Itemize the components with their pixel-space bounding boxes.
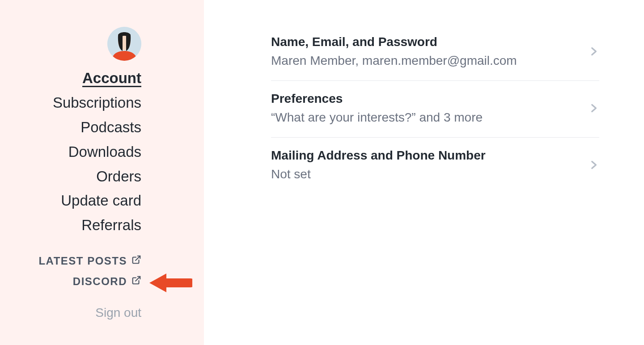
settings-row-subtitle: Not set (271, 167, 486, 181)
sign-out-link[interactable]: Sign out (0, 306, 141, 320)
sidebar-item-orders[interactable]: Orders (96, 167, 141, 186)
settings-row-text: Name, Email, and Password Maren Member, … (271, 35, 517, 68)
settings-row-identity[interactable]: Name, Email, and Password Maren Member, … (271, 35, 599, 81)
sidebar-item-podcasts[interactable]: Podcasts (80, 118, 141, 137)
sidebar-item-downloads[interactable]: Downloads (68, 143, 141, 162)
settings-row-preferences[interactable]: Preferences “What are your interests?” a… (271, 81, 599, 138)
external-link-latest-posts[interactable]: LATEST POSTS (38, 255, 141, 267)
sidebar-item-account[interactable]: Account (82, 69, 141, 88)
chevron-right-icon (588, 102, 599, 114)
settings-row-subtitle: Maren Member, maren.member@gmail.com (271, 54, 517, 68)
sidebar: Account Subscriptions Podcasts Downloads… (0, 0, 204, 345)
external-link-label: DISCORD (73, 275, 127, 288)
svg-line-2 (136, 277, 140, 281)
external-link-discord[interactable]: DISCORD (73, 275, 141, 288)
main-content: Name, Email, and Password Maren Member, … (204, 0, 644, 345)
chevron-right-icon (588, 159, 599, 171)
settings-row-text: Preferences “What are your interests?” a… (271, 92, 483, 125)
external-links: LATEST POSTS DISCORD (0, 255, 141, 288)
avatar-container (0, 27, 141, 61)
settings-row-text: Mailing Address and Phone Number Not set (271, 148, 486, 181)
settings-row-title: Preferences (271, 92, 483, 106)
external-link-icon (131, 255, 141, 267)
svg-line-1 (136, 256, 140, 261)
external-link-icon (131, 275, 141, 288)
settings-row-subtitle: “What are your interests?” and 3 more (271, 110, 483, 125)
sidebar-item-update-card[interactable]: Update card (61, 191, 141, 210)
sidebar-nav: Account Subscriptions Podcasts Downloads… (0, 69, 141, 235)
settings-row-mailing[interactable]: Mailing Address and Phone Number Not set (271, 138, 599, 194)
external-link-label: LATEST POSTS (38, 255, 127, 267)
chevron-right-icon (588, 46, 599, 57)
svg-marker-4 (149, 273, 166, 292)
settings-row-title: Mailing Address and Phone Number (271, 148, 486, 163)
settings-row-title: Name, Email, and Password (271, 35, 517, 49)
arrow-callout-icon (148, 272, 192, 294)
avatar[interactable] (107, 27, 141, 61)
sidebar-item-subscriptions[interactable]: Subscriptions (53, 93, 141, 113)
sidebar-item-referrals[interactable]: Referrals (81, 216, 141, 235)
